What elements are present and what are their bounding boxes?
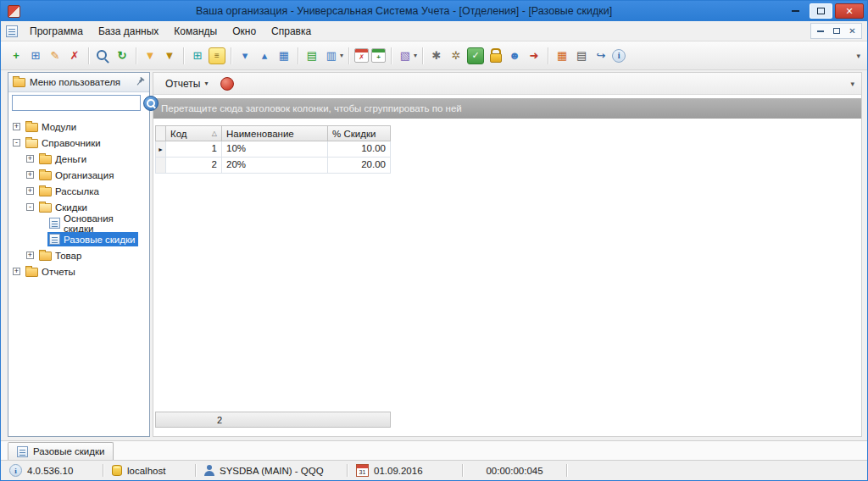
service-icon[interactable]: ✲ (448, 47, 465, 64)
app-window: Ваша организация - Универсальная Система… (0, 0, 868, 481)
exit-icon[interactable]: ➜ (526, 47, 542, 64)
column-header-name[interactable]: Наименование (222, 125, 328, 141)
delete-record-icon[interactable]: ✗ (66, 47, 83, 64)
column-label: % Скидки (332, 129, 376, 139)
table-row[interactable]: 2 20% 20.00 (155, 158, 391, 174)
mdi-minimize-button[interactable] (812, 25, 828, 37)
calendar-remove-icon[interactable]: ✗ (354, 48, 369, 63)
expand-icon[interactable]: + (26, 252, 34, 259)
search-button[interactable] (143, 96, 159, 111)
close-button[interactable]: ✕ (835, 3, 864, 19)
status-timer-segment: 00:00:00:045 (463, 461, 566, 480)
navigation-tree: + Модули - Справочники + Деньги + Органи… (8, 113, 149, 436)
print-icon[interactable]: ▤ (573, 47, 590, 64)
mdi-close-button[interactable]: ✕ (844, 25, 860, 37)
copy-record-icon[interactable]: ⊞ (27, 47, 44, 64)
export-dropdown-icon[interactable]: ▾ (340, 52, 343, 59)
menu-program[interactable]: Программа (23, 23, 90, 40)
list-icon (49, 234, 60, 245)
expand-icon[interactable]: + (13, 123, 20, 130)
tab-razovye-skidki[interactable]: Разовые скидки (8, 442, 114, 460)
approve-icon[interactable]: ✓ (467, 47, 484, 64)
maximize-icon (817, 8, 825, 14)
filter-icon[interactable]: ▼ (142, 47, 159, 64)
folder-icon (25, 268, 38, 277)
search-icon[interactable] (94, 47, 111, 64)
tree-item-tovar[interactable]: + Товар (8, 247, 149, 263)
filter-builder-icon[interactable]: ▼ (161, 47, 178, 64)
tree-item-dengi[interactable]: + Деньги (8, 151, 149, 167)
toolbar-separator (422, 47, 423, 64)
tree-item-spravochniki[interactable]: - Справочники (8, 135, 149, 151)
toolbar-overflow-icon[interactable]: ▾ (856, 52, 860, 60)
tools-icon[interactable]: ✱ (428, 47, 445, 64)
group-by-panel[interactable]: Перетащите сюда заголовок колонки, чтобы… (153, 98, 861, 119)
tree-item-moduli[interactable]: + Модули (8, 119, 149, 135)
cell-code: 2 (166, 158, 222, 174)
minimize-button[interactable] (784, 3, 807, 19)
collapse-icon[interactable]: - (26, 203, 34, 211)
content-area: Меню пользователя + Модули - Справочники… (1, 70, 867, 440)
lock-icon[interactable] (487, 47, 504, 64)
calendar-add-icon[interactable]: + (371, 48, 386, 63)
column-header-discount[interactable]: % Скидки (328, 125, 391, 141)
column-header-code[interactable]: Код △ (166, 125, 222, 141)
users-icon[interactable]: ☻ (506, 47, 523, 64)
report-dropdown-icon[interactable]: ▾ (414, 52, 417, 59)
notes-icon[interactable]: ≡ (209, 47, 225, 64)
tree-item-osnovaniya-skidki[interactable]: Основания скидки (8, 215, 149, 231)
toolbar-separator (88, 47, 89, 64)
folder-icon (39, 155, 52, 164)
expand-icon[interactable]: + (26, 187, 34, 195)
toolbar-separator (183, 47, 184, 64)
tree-item-otchety[interactable]: + Отчеты (8, 263, 149, 279)
calendar-icon: 31 (356, 464, 369, 477)
reports-button[interactable]: Отчеты ▾ (160, 75, 214, 92)
menu-database[interactable]: База данных (92, 23, 165, 40)
search-input[interactable] (12, 95, 141, 111)
column-label: Код (170, 129, 187, 139)
grid-area: Код △ Наименование % Скидки ► 1 10% (153, 119, 861, 436)
export-icon[interactable]: ▤ (303, 47, 320, 64)
edit-record-icon[interactable]: ✎ (47, 47, 64, 64)
stop-icon[interactable] (220, 77, 234, 91)
tree-item-organizaciya[interactable]: + Организация (8, 167, 149, 183)
menu-window[interactable]: Окно (225, 23, 263, 40)
timer-text: 00:00:00:045 (486, 466, 542, 476)
expand-details-icon[interactable]: ▴ (256, 47, 273, 64)
table-view-icon[interactable]: ▦ (554, 47, 570, 64)
expand-icon[interactable]: + (13, 268, 20, 275)
collapse-icon[interactable]: - (13, 139, 20, 147)
toolbar-separator (548, 47, 548, 64)
host-text: localhost (127, 466, 165, 476)
expand-icon[interactable]: + (26, 171, 34, 179)
import-icon[interactable]: ▥ (323, 47, 340, 64)
collapse-details-icon[interactable]: ▾ (236, 47, 253, 64)
record-count-bar[interactable]: 2 (155, 412, 391, 428)
tree-item-rassylka[interactable]: + Рассылка (8, 183, 149, 199)
user-menu-panel: Меню пользователя + Модули - Справочники… (8, 72, 150, 437)
maximize-button[interactable] (810, 3, 832, 19)
toolbar-separator (298, 47, 298, 64)
toolbar-separator (231, 47, 231, 64)
reports-overflow-icon[interactable]: ▾ (850, 80, 854, 88)
folder-icon (13, 78, 25, 87)
add-column-icon[interactable]: ⊞ (189, 47, 206, 64)
menu-help[interactable]: Справка (264, 23, 318, 40)
pin-icon[interactable] (135, 77, 145, 87)
mdi-restore-button[interactable] (828, 25, 844, 37)
refresh-icon[interactable]: ↻ (114, 47, 131, 64)
new-record-icon[interactable]: + (8, 47, 25, 64)
tree-item-razovye-skidki[interactable]: Разовые скидки (8, 231, 149, 247)
cell-discount: 10.00 (328, 141, 391, 158)
data-grid: Код △ Наименование % Скидки ► 1 10% (155, 125, 391, 174)
layout-icon[interactable]: ▦ (275, 47, 292, 64)
table-row[interactable]: ► 1 10% 10.00 (155, 141, 391, 158)
info-icon[interactable]: i (612, 49, 626, 63)
image-report-icon[interactable]: ▧ (397, 47, 414, 64)
share-icon[interactable]: ↪ (593, 47, 609, 64)
expand-icon[interactable]: + (26, 155, 34, 163)
toolbar-separator (391, 47, 392, 64)
menu-commands[interactable]: Команды (167, 23, 224, 40)
folder-icon (25, 123, 38, 132)
